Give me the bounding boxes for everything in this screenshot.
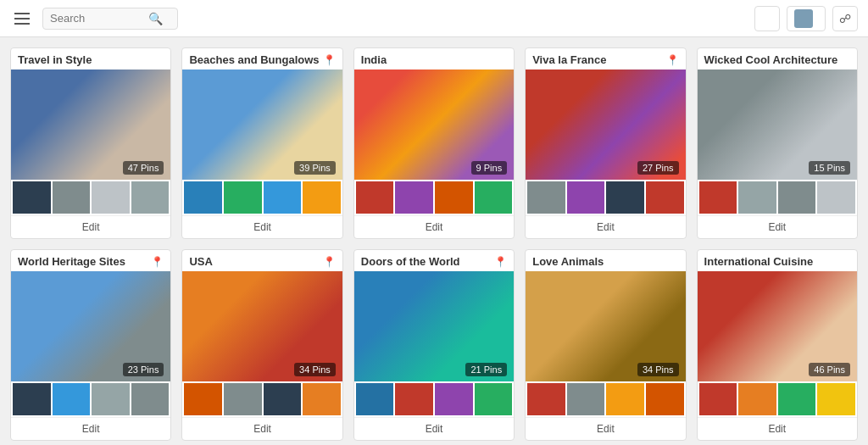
- board-header: USA📍: [182, 250, 342, 271]
- thumbnail[interactable]: [435, 181, 473, 214]
- board-main-image[interactable]: 23 Pins: [11, 271, 170, 381]
- thumbnail[interactable]: [184, 383, 222, 415]
- thumbnail[interactable]: [395, 383, 433, 415]
- main-content: Travel in Style47 PinsEditBeaches and Bu…: [0, 37, 868, 445]
- thumbnail[interactable]: [356, 383, 394, 415]
- thumbnail[interactable]: [817, 383, 855, 415]
- board-main-image[interactable]: 34 Pins: [526, 271, 685, 381]
- board-card: International Cuisine46 PinsEdit: [697, 249, 858, 441]
- edit-button[interactable]: Edit: [182, 215, 342, 238]
- thumbnail-placeholder: [475, 383, 513, 415]
- thumbnail[interactable]: [13, 181, 51, 214]
- thumbnail[interactable]: [646, 383, 684, 415]
- thumbnail-placeholder: [778, 383, 816, 415]
- edit-button[interactable]: Edit: [698, 417, 857, 440]
- thumbnail[interactable]: [303, 383, 341, 415]
- thumbnail[interactable]: [646, 181, 684, 214]
- thumbnail-placeholder: [395, 181, 433, 214]
- edit-button[interactable]: Edit: [11, 417, 170, 440]
- board-main-image[interactable]: 39 Pins: [182, 70, 342, 180]
- thumbnail[interactable]: [53, 383, 91, 415]
- thumbnail-placeholder: [778, 181, 816, 214]
- thumbnail-placeholder: [131, 181, 170, 214]
- thumbnail[interactable]: [435, 383, 473, 415]
- thumbnail[interactable]: [778, 181, 816, 214]
- pins-count: 39 Pins: [294, 161, 336, 175]
- thumbnail[interactable]: [567, 181, 605, 214]
- edit-button[interactable]: Edit: [354, 417, 514, 440]
- thumbnail[interactable]: [606, 383, 644, 415]
- thumbnail-placeholder: [435, 181, 473, 214]
- edit-button[interactable]: Edit: [526, 417, 685, 440]
- thumbnail[interactable]: [699, 181, 737, 214]
- thumbnail[interactable]: [527, 181, 565, 214]
- board-main-image[interactable]: 47 Pins: [11, 70, 170, 180]
- thumbnail[interactable]: [738, 181, 776, 214]
- edit-button[interactable]: Edit: [698, 215, 857, 238]
- thumbnail[interactable]: [13, 383, 51, 415]
- board-main-image[interactable]: 27 Pins: [526, 70, 685, 180]
- thumbnail[interactable]: [817, 181, 855, 214]
- thumbnail[interactable]: [527, 383, 565, 415]
- pins-count: 21 Pins: [465, 363, 507, 376]
- thumbnail[interactable]: [224, 181, 262, 214]
- thumbnail-placeholder: [264, 181, 302, 214]
- thumbnail[interactable]: [224, 383, 262, 415]
- menu-button[interactable]: [10, 7, 34, 31]
- notification-button[interactable]: ☍: [832, 6, 858, 31]
- thumbnail[interactable]: [92, 383, 130, 415]
- thumbnail[interactable]: [53, 181, 91, 214]
- search-bar[interactable]: 🔍: [42, 8, 178, 30]
- thumbnail-placeholder: [395, 383, 433, 415]
- thumbnail[interactable]: [738, 383, 776, 415]
- board-main-image[interactable]: 9 Pins: [354, 70, 514, 180]
- thumbnail-placeholder: [738, 181, 776, 214]
- board-header: Travel in Style: [11, 48, 170, 70]
- pins-count: 34 Pins: [637, 363, 679, 376]
- board-title: International Cuisine: [704, 255, 814, 268]
- pin-icon: 📍: [666, 54, 679, 66]
- thumbnail-placeholder: [699, 383, 737, 415]
- thumbnail[interactable]: [475, 181, 513, 214]
- thumbnail[interactable]: [303, 181, 341, 214]
- pin-icon: 📍: [151, 256, 164, 268]
- board-main-image[interactable]: 15 Pins: [698, 70, 857, 180]
- board-thumbnails: [526, 381, 685, 417]
- pins-count: 9 Pins: [471, 161, 508, 175]
- thumbnail[interactable]: [606, 181, 644, 214]
- thumbnail[interactable]: [395, 181, 433, 214]
- board-header: India: [354, 48, 514, 70]
- board-thumbnails: [698, 381, 857, 417]
- edit-button[interactable]: Edit: [11, 215, 170, 238]
- avatar: [794, 9, 813, 28]
- thumbnail[interactable]: [131, 383, 170, 415]
- edit-button[interactable]: Edit: [526, 215, 685, 238]
- thumbnail-placeholder: [53, 383, 91, 415]
- board-thumbnails: [526, 180, 685, 215]
- thumbnail[interactable]: [567, 383, 605, 415]
- thumbnail[interactable]: [264, 181, 302, 214]
- pin-icon: 📍: [323, 256, 336, 268]
- thumbnail[interactable]: [131, 181, 170, 214]
- thumbnail[interactable]: [184, 181, 222, 214]
- thumbnail-placeholder: [606, 181, 644, 214]
- user-badge[interactable]: [787, 6, 826, 31]
- thumbnail[interactable]: [699, 383, 737, 415]
- board-thumbnails: [11, 180, 170, 215]
- thumbnail[interactable]: [356, 181, 394, 214]
- board-card: Travel in Style47 PinsEdit: [10, 47, 171, 239]
- thumbnail[interactable]: [475, 383, 513, 415]
- edit-button[interactable]: Edit: [354, 215, 514, 238]
- board-title: Doors of the World: [361, 255, 460, 268]
- add-button[interactable]: [754, 6, 780, 31]
- thumbnail[interactable]: [92, 181, 130, 214]
- board-main-image[interactable]: 21 Pins: [354, 271, 514, 381]
- thumbnail[interactable]: [778, 383, 816, 415]
- search-input[interactable]: [50, 12, 143, 25]
- edit-button[interactable]: Edit: [182, 417, 342, 440]
- board-main-image[interactable]: 34 Pins: [182, 271, 342, 381]
- thumbnail-placeholder: [53, 181, 91, 214]
- board-main-image[interactable]: 46 Pins: [698, 271, 857, 381]
- header-right: ☍: [754, 6, 858, 31]
- thumbnail[interactable]: [264, 383, 302, 415]
